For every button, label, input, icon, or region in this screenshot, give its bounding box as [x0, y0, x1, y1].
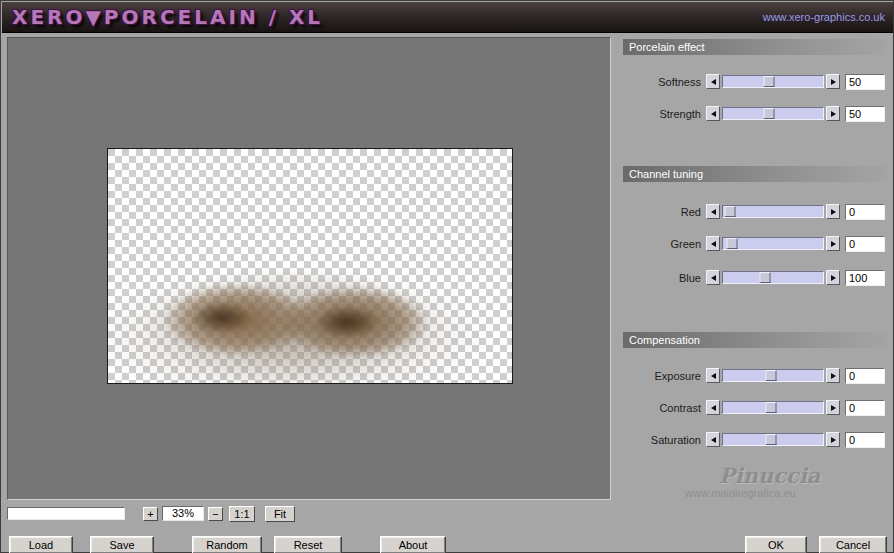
preview-texture-blobs	[108, 149, 512, 383]
controls-panel: Porcelain effect Softness Strength Chann…	[621, 37, 889, 507]
red-increase-arrow-button[interactable]	[826, 204, 840, 219]
left-triangle-icon	[711, 111, 716, 117]
progress-bar	[7, 507, 125, 520]
left-triangle-icon	[711, 241, 716, 247]
slider-row-saturation: Saturation	[621, 432, 889, 448]
saturation-increase-arrow-button[interactable]	[826, 432, 840, 447]
slider-label-blue: Blue	[621, 272, 701, 284]
saturation-slider-thumb[interactable]	[766, 434, 777, 445]
red-value-input[interactable]	[845, 204, 885, 220]
exposure-slider-thumb[interactable]	[766, 370, 777, 381]
strength-slider-track[interactable]	[722, 107, 824, 120]
green-value-input[interactable]	[845, 236, 885, 252]
plugin-logo-title: XERO▼PORCELAIN / XL	[12, 5, 323, 29]
left-triangle-icon	[711, 373, 716, 379]
title-bar: XERO▼PORCELAIN / XL www.xero-graphics.co…	[2, 2, 893, 33]
green-slider-track[interactable]	[722, 237, 824, 250]
plugin-dialog: XERO▼PORCELAIN / XL www.xero-graphics.co…	[0, 0, 894, 553]
softness-slider-thumb[interactable]	[764, 76, 775, 87]
saturation-value-input[interactable]	[845, 432, 885, 448]
left-triangle-icon	[711, 79, 716, 85]
website-link[interactable]: www.xero-graphics.co.uk	[763, 11, 885, 23]
slider-row-strength: Strength	[621, 106, 889, 122]
softness-value-input[interactable]	[845, 74, 885, 90]
reset-button[interactable]: Reset	[274, 536, 342, 553]
ok-button[interactable]: OK	[745, 536, 807, 553]
blue-decrease-arrow-button[interactable]	[706, 270, 720, 285]
contrast-decrease-arrow-button[interactable]	[706, 400, 720, 415]
group-header-porcelain-effect: Porcelain effect	[623, 39, 887, 55]
right-triangle-icon	[831, 275, 836, 281]
preview-image[interactable]	[107, 148, 513, 384]
red-slider-thumb[interactable]	[725, 206, 736, 217]
right-triangle-icon	[831, 405, 836, 411]
zoom-level-display: 33%	[162, 506, 204, 521]
left-triangle-icon	[711, 275, 716, 281]
blue-value-input[interactable]	[845, 270, 885, 286]
watermark-name: Pinuccia	[719, 463, 820, 488]
exposure-increase-arrow-button[interactable]	[826, 368, 840, 383]
left-triangle-icon	[711, 437, 716, 443]
exposure-decrease-arrow-button[interactable]	[706, 368, 720, 383]
slider-label-exposure: Exposure	[621, 370, 701, 382]
slider-row-green: Green	[621, 236, 889, 252]
strength-increase-arrow-button[interactable]	[826, 106, 840, 121]
slider-row-blue: Blue	[621, 270, 889, 286]
blue-slider-thumb[interactable]	[760, 272, 771, 283]
slider-row-softness: Softness	[621, 74, 889, 90]
blue-slider-track[interactable]	[722, 271, 824, 284]
load-button[interactable]: Load	[9, 536, 73, 553]
slider-row-exposure: Exposure	[621, 368, 889, 384]
red-decrease-arrow-button[interactable]	[706, 204, 720, 219]
watermark-site: www.maidiregrafica.eu	[685, 487, 796, 499]
softness-increase-arrow-button[interactable]	[826, 74, 840, 89]
slider-label-saturation: Saturation	[621, 434, 701, 446]
saturation-slider-track[interactable]	[722, 433, 824, 446]
right-triangle-icon	[831, 79, 836, 85]
contrast-increase-arrow-button[interactable]	[826, 400, 840, 415]
red-slider-track[interactable]	[722, 205, 824, 218]
actual-size-button[interactable]: 1:1	[229, 506, 255, 522]
exposure-value-input[interactable]	[845, 368, 885, 384]
strength-value-input[interactable]	[845, 106, 885, 122]
contrast-slider-thumb[interactable]	[766, 402, 777, 413]
softness-slider-track[interactable]	[722, 75, 824, 88]
fit-button[interactable]: Fit	[265, 506, 295, 522]
slider-row-contrast: Contrast	[621, 400, 889, 416]
save-button[interactable]: Save	[90, 536, 154, 553]
right-triangle-icon	[831, 437, 836, 443]
preview-panel	[7, 37, 611, 500]
about-button[interactable]: About	[380, 536, 446, 553]
zoom-in-button[interactable]: +	[143, 507, 158, 521]
exposure-slider-track[interactable]	[722, 369, 824, 382]
cancel-button[interactable]: Cancel	[819, 536, 887, 553]
blue-increase-arrow-button[interactable]	[826, 270, 840, 285]
random-button[interactable]: Random	[192, 536, 262, 553]
right-triangle-icon	[831, 373, 836, 379]
left-triangle-icon	[711, 405, 716, 411]
contrast-slider-track[interactable]	[722, 401, 824, 414]
slider-row-red: Red	[621, 204, 889, 220]
slider-label-strength: Strength	[621, 108, 701, 120]
slider-label-contrast: Contrast	[621, 402, 701, 414]
zoom-out-button[interactable]: −	[208, 507, 223, 521]
contrast-value-input[interactable]	[845, 400, 885, 416]
slider-label-red: Red	[621, 206, 701, 218]
green-decrease-arrow-button[interactable]	[706, 236, 720, 251]
green-slider-thumb[interactable]	[727, 238, 738, 249]
strength-decrease-arrow-button[interactable]	[706, 106, 720, 121]
slider-label-softness: Softness	[621, 76, 701, 88]
green-increase-arrow-button[interactable]	[826, 236, 840, 251]
slider-label-green: Green	[621, 238, 701, 250]
strength-slider-thumb[interactable]	[764, 108, 775, 119]
group-header-compensation: Compensation	[623, 332, 887, 348]
softness-decrease-arrow-button[interactable]	[706, 74, 720, 89]
right-triangle-icon	[831, 241, 836, 247]
saturation-decrease-arrow-button[interactable]	[706, 432, 720, 447]
right-triangle-icon	[831, 209, 836, 215]
right-triangle-icon	[831, 111, 836, 117]
left-triangle-icon	[711, 209, 716, 215]
group-header-channel-tuning: Channel tuning	[623, 166, 887, 182]
